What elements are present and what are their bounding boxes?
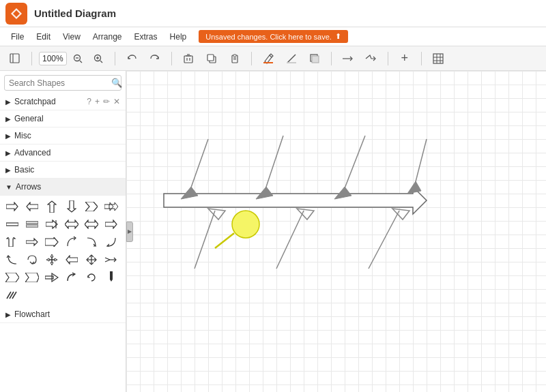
collapse-sidebar-btn[interactable]: ▶ [126, 222, 133, 242]
panel-general-label: General [14, 114, 44, 123]
menu-bar: File Edit View Arrange Extras Help Unsav… [0, 27, 546, 46]
shape-curve-down-left[interactable] [103, 234, 119, 250]
svg-line-54 [105, 258, 110, 260]
shape-pencil[interactable] [103, 269, 119, 286]
close-icon[interactable]: ✕ [113, 97, 120, 106]
shape-line[interactable] [4, 216, 20, 232]
shape-curve-right-down[interactable] [83, 234, 100, 250]
search-input[interactable] [9, 78, 111, 88]
title-bar: Untitled Diagram [0, 0, 546, 27]
shape-up-arrow[interactable] [44, 198, 60, 215]
svg-rect-39 [26, 222, 38, 224]
menu-extras[interactable]: Extras [129, 30, 163, 44]
chevron-right-icon: ▶ [5, 115, 11, 123]
shape-fat-arrow[interactable] [44, 234, 60, 250]
chevron-down-icon: ▼ [5, 183, 12, 191]
waypoint-btn[interactable] [362, 50, 381, 67]
shape-left-block[interactable] [63, 252, 80, 268]
panel-scratchpad-label: Scratchpad [14, 97, 56, 106]
fill-btn[interactable] [259, 50, 278, 67]
add-icon[interactable]: + [95, 97, 100, 106]
copy-btn[interactable] [202, 50, 221, 67]
shape-thick-right[interactable] [24, 234, 40, 250]
redo-btn[interactable] [145, 50, 164, 67]
shape-arrow3[interactable] [4, 234, 20, 250]
shape-curve-arrow[interactable] [63, 269, 80, 286]
svg-marker-46 [7, 237, 15, 247]
help-icon[interactable]: ? [87, 97, 91, 106]
svg-rect-26 [433, 54, 443, 63]
panel-misc-label: Misc [14, 131, 31, 140]
line-style-btn[interactable] [282, 50, 301, 67]
shape-left-arrow[interactable] [24, 198, 40, 215]
scratchpad-controls: ? + ✏ ✕ [87, 97, 120, 106]
undo-btn[interactable] [122, 50, 141, 67]
shape-right-arrow[interactable] [4, 198, 20, 215]
save-notice[interactable]: Unsaved changes. Click here to save. ⬆ [199, 30, 348, 43]
svg-marker-34 [68, 200, 76, 212]
chevron-right-icon: ▶ [5, 166, 11, 174]
menu-help[interactable]: Help [164, 30, 192, 44]
search-container: 🔍 [4, 75, 121, 91]
delete-btn[interactable] [179, 50, 198, 67]
svg-line-55 [105, 260, 110, 262]
shape-merge[interactable] [103, 252, 119, 268]
insert-btn[interactable]: + [395, 50, 414, 67]
sep4 [251, 52, 252, 65]
shape-curve-left-up[interactable] [4, 252, 20, 268]
panel-arrows[interactable]: ▼ Arrows [0, 179, 126, 196]
sep2 [115, 52, 115, 65]
shape-dbl-line[interactable] [24, 216, 40, 232]
page-view-btn[interactable] [5, 50, 25, 67]
panel-flowchart[interactable]: ▶ Flowchart [0, 306, 126, 323]
shape-double-notched[interactable] [24, 269, 40, 286]
panel-basic[interactable]: ▶ Basic [0, 162, 126, 179]
svg-line-6 [100, 61, 102, 63]
shape-curve-back[interactable] [24, 252, 40, 268]
canvas-svg [126, 71, 546, 392]
shape-stripes[interactable] [4, 287, 20, 303]
shape-block-arrow[interactable] [44, 269, 60, 286]
menu-arrange[interactable]: Arrange [87, 30, 128, 44]
shape-bidirectional[interactable] [63, 216, 80, 232]
search-icon: 🔍 [111, 78, 122, 88]
sidebar: 🔍 ▶ Scratchpad ? + ✏ ✕ ▶ General [0, 71, 126, 392]
svg-point-79 [232, 211, 259, 238]
connection-btn[interactable] [339, 50, 358, 67]
shape-cross-arrows[interactable] [83, 252, 100, 268]
table-btn[interactable] [429, 50, 448, 67]
horizontal-arrow [164, 187, 427, 214]
svg-marker-47 [26, 239, 38, 245]
shape-refresh[interactable] [83, 269, 100, 286]
shape-4dir[interactable] [44, 252, 60, 268]
svg-line-77 [369, 211, 399, 269]
shape-notched-right[interactable] [4, 269, 20, 286]
svg-marker-45 [105, 220, 117, 228]
panel-general[interactable]: ▶ General [0, 110, 126, 127]
paste-btn[interactable] [225, 50, 244, 67]
shape-right-dbl[interactable] [44, 216, 60, 232]
shape-left-right[interactable] [83, 216, 100, 232]
shadow-btn[interactable] [305, 50, 324, 67]
menu-edit[interactable]: Edit [31, 30, 56, 44]
panel-advanced[interactable]: ▶ Advanced [0, 145, 126, 162]
shape-curve-up-right[interactable] [63, 234, 80, 250]
panel-misc[interactable]: ▶ Misc [0, 127, 126, 145]
zoom-level[interactable]: 100% [39, 52, 67, 65]
panel-scratchpad[interactable]: ▶ Scratchpad ? + ✏ ✕ [0, 93, 126, 110]
shape-arrow2[interactable] [103, 216, 119, 232]
shape-double-right[interactable] [103, 198, 119, 215]
zoom-in-btn[interactable] [89, 50, 108, 67]
svg-rect-15 [207, 55, 214, 61]
main-area: 🔍 ▶ Scratchpad ? + ✏ ✕ ▶ General [0, 71, 546, 392]
chevron-right-icon: ▶ [5, 132, 11, 140]
menu-file[interactable]: File [5, 30, 29, 44]
canvas-area[interactable]: ▶ [126, 71, 546, 392]
svg-rect-17 [233, 55, 236, 57]
menu-view[interactable]: View [57, 30, 86, 44]
edit-icon[interactable]: ✏ [103, 97, 110, 106]
shape-chevron-right[interactable] [83, 198, 100, 215]
shape-down-arrow[interactable] [63, 198, 80, 215]
svg-marker-58 [25, 273, 39, 282]
zoom-out-btn[interactable] [68, 50, 87, 67]
